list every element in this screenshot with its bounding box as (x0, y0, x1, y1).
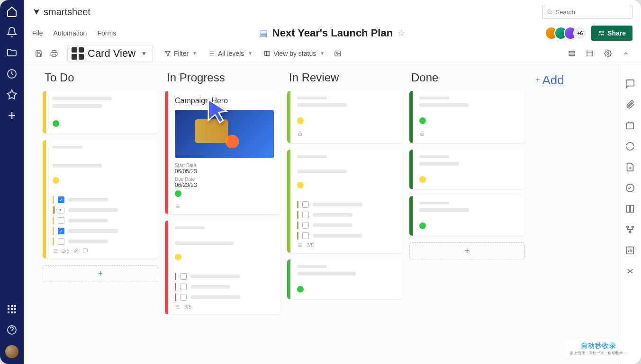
card[interactable]: 3/5 (287, 150, 403, 253)
column-title: In Review (287, 71, 403, 84)
nav-folder-icon[interactable] (6, 47, 18, 59)
card[interactable]: ✓ ✓ 2/5 (43, 140, 158, 258)
workflow-icon[interactable] (625, 224, 635, 235)
expanded-view-icon[interactable] (583, 47, 596, 60)
menubar: File Automation Forms ▤ Next Year's Laun… (24, 24, 641, 43)
svg-rect-14 (265, 51, 270, 55)
filter-button[interactable]: Filter ▼ (160, 50, 202, 57)
add-column: + Add (532, 71, 588, 357)
collapse-icon[interactable] (619, 47, 632, 60)
card[interactable] (43, 91, 158, 133)
filter-icon (164, 50, 171, 57)
checkbox-icon[interactable] (302, 232, 309, 239)
document-title[interactable]: Next Year's Launch Plan (272, 27, 393, 39)
checklist-count: 2/5 (62, 248, 69, 254)
document-request-icon[interactable] (625, 162, 635, 172)
list-icon (208, 50, 215, 57)
card[interactable] (409, 91, 525, 143)
svg-rect-2 (11, 305, 13, 307)
menu-forms[interactable]: Forms (97, 29, 116, 37)
column-title: In Progress (165, 71, 280, 84)
card[interactable]: 3/5 (165, 221, 280, 314)
svg-rect-25 (626, 205, 629, 213)
checkbox-icon[interactable]: ✓ (58, 196, 64, 203)
checkbox-icon[interactable] (302, 201, 309, 208)
image-toggle-icon[interactable] (331, 47, 344, 60)
svg-rect-5 (11, 308, 13, 310)
nav-notifications-icon[interactable] (6, 27, 18, 38)
svg-point-13 (602, 31, 604, 33)
card[interactable] (287, 91, 403, 143)
card[interactable] (409, 196, 525, 236)
collaborator-avatars[interactable]: +6 (545, 27, 587, 40)
cursor-pointer-overlay (204, 98, 231, 127)
checkbox-icon[interactable] (302, 212, 309, 218)
svg-point-20 (607, 53, 609, 54)
nav-help-icon[interactable] (6, 324, 18, 336)
lock-icon (419, 131, 425, 136)
summary-panel-icon[interactable] (625, 204, 635, 214)
print-icon[interactable] (47, 47, 61, 60)
settings-gear-icon[interactable] (601, 47, 614, 60)
nav-recents-icon[interactable] (6, 68, 18, 80)
proofs-panel-icon[interactable] (625, 120, 635, 131)
svg-point-27 (626, 226, 628, 228)
nav-user-avatar[interactable] (5, 345, 18, 358)
kanban-board: |→ To Do (24, 64, 618, 364)
svg-point-16 (336, 52, 338, 53)
reports-icon[interactable] (625, 245, 635, 256)
activity-log-icon[interactable] (625, 183, 635, 193)
brand-logo[interactable]: smartsheet (32, 7, 90, 18)
nav-favorites-icon[interactable] (6, 89, 18, 100)
add-column-button[interactable]: + Add (532, 71, 588, 89)
svg-rect-8 (11, 311, 13, 313)
columns-icon (264, 50, 271, 57)
levels-dropdown[interactable]: All levels ▼ (204, 50, 257, 57)
attachments-panel-icon[interactable] (625, 99, 635, 110)
svg-point-11 (548, 10, 551, 13)
menu-file[interactable]: File (32, 29, 43, 37)
refresh-icon[interactable] (625, 141, 635, 151)
chevron-down-icon: ▼ (248, 51, 253, 56)
expand-panel-icon[interactable]: |→ (53, 205, 63, 214)
checkbox-icon[interactable] (180, 284, 187, 290)
checkbox-icon[interactable] (180, 294, 187, 301)
start-date-value: 06/05/23 (175, 168, 274, 175)
checkbox-icon[interactable] (58, 217, 64, 224)
checkbox-icon[interactable] (302, 222, 309, 229)
checkbox-icon[interactable] (58, 238, 64, 245)
card[interactable] (409, 150, 525, 189)
global-search[interactable] (542, 5, 632, 19)
share-button[interactable]: Share (591, 26, 632, 41)
add-card-button[interactable]: + (43, 265, 158, 282)
nav-apps-icon[interactable] (6, 303, 18, 315)
card[interactable] (287, 259, 403, 299)
checkbox-icon[interactable]: ✓ (58, 228, 64, 234)
comments-panel-icon[interactable] (625, 79, 635, 89)
nav-add-icon[interactable] (6, 110, 18, 121)
add-card-button[interactable]: + (409, 242, 525, 259)
nav-home-icon[interactable] (6, 6, 18, 17)
view-by-dropdown[interactable]: View by status ▼ (259, 50, 329, 57)
column-title: To Do (43, 71, 158, 84)
favorite-star-icon[interactable]: ☆ (397, 28, 405, 38)
collaborator-more-count[interactable]: +6 (573, 27, 587, 40)
svg-rect-1 (8, 305, 9, 307)
save-icon[interactable] (32, 47, 45, 60)
svg-rect-22 (421, 133, 424, 136)
levels-label: All levels (218, 50, 244, 57)
status-dot-green (175, 190, 181, 197)
card-view-icon (72, 47, 84, 60)
view-switcher[interactable]: Card View ▼ (67, 45, 153, 62)
svg-rect-26 (630, 205, 633, 213)
compact-view-icon[interactable] (565, 47, 578, 60)
checklist-meta-icon (175, 204, 181, 209)
checkbox-icon[interactable] (180, 273, 187, 280)
svg-rect-18 (569, 54, 575, 55)
menu-automation[interactable]: Automation (54, 29, 87, 37)
svg-rect-7 (8, 311, 9, 313)
svg-rect-17 (569, 51, 575, 53)
lock-icon (297, 131, 303, 136)
search-input[interactable] (556, 9, 629, 16)
connections-icon[interactable] (625, 266, 635, 276)
